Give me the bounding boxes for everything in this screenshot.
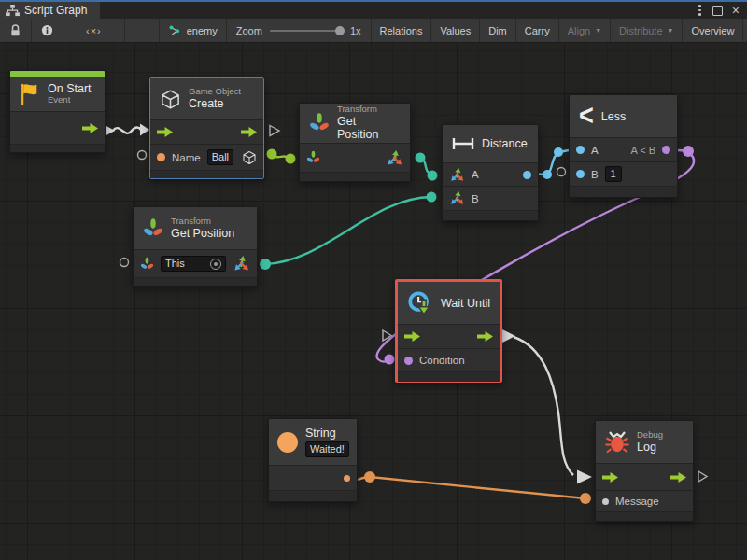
flow-output-port[interactable] [477,331,493,342]
condition-input-port[interactable] [404,357,413,365]
wait-clock-icon [407,290,433,316]
node-title: String [305,427,349,440]
game-object-output-port[interactable] [242,150,257,165]
flow-output-port[interactable] [82,123,98,133]
chevron-down-icon: ▼ [595,27,601,34]
name-input-port[interactable] [157,153,165,161]
zoom-value: 1x [350,25,361,36]
node-title: Less [601,110,626,123]
script-graph-asset-icon [168,24,181,37]
port-label: A [472,169,479,180]
relations-button[interactable]: Relations [372,19,432,42]
node-on-start[interactable]: On Start Event [9,70,106,153]
node-get-position-top[interactable]: Transform Get Position [299,103,411,182]
node-title: Get Position [337,115,401,142]
bug-icon [605,430,629,455]
flow-input-port[interactable] [157,127,173,137]
transform-icon [309,112,330,134]
port-label: B [591,169,599,180]
less-input-a-port[interactable] [576,146,585,154]
distance-output-port[interactable] [523,171,531,179]
node-category: Game Object [189,87,241,97]
node-title: Distance [482,137,528,150]
vector3-input-port-b[interactable] [449,190,465,206]
node-subtitle: Event [48,95,92,105]
node-category: Transform [337,105,401,115]
menu-kebab-icon[interactable] [697,3,703,18]
overview-button[interactable]: Overview [683,19,743,42]
chevron-down-icon: ▼ [668,27,674,34]
node-title: On Start [48,82,92,95]
distribute-button: Distribute ▼ [611,19,683,42]
node-distance[interactable]: Distance A B [442,124,539,221]
values-button[interactable]: Values [431,19,480,42]
lock-button[interactable] [0,19,32,42]
zoom-slider-handle[interactable] [335,26,345,35]
node-string-literal[interactable]: String Waited! [268,418,358,502]
port-label: Condition [419,355,465,366]
lock-icon [8,23,22,37]
carry-button[interactable]: Carry [516,19,559,42]
message-input-port[interactable] [602,498,609,505]
dim-button[interactable]: Dim [480,19,516,42]
code-icon: ‹×› [86,25,102,36]
info-icon [40,23,54,37]
name-value-field[interactable]: Ball [207,149,233,165]
less-input-b-port[interactable] [576,170,585,178]
tab-title: Script Graph [24,4,87,17]
transform-icon [143,217,163,240]
tab-script-graph[interactable]: Script Graph [0,2,100,19]
string-literal-icon [277,432,298,453]
port-label: Name [172,152,201,163]
string-value-field[interactable]: Waited! [305,441,349,457]
unity-visual-scripting-window: Script Graph × ‹×› [0,0,747,560]
node-category: Debug [637,430,663,441]
zoom-slider[interactable] [270,30,343,32]
transform-input-port[interactable] [306,150,320,165]
info-button[interactable] [32,19,63,42]
node-title: Log [637,441,663,454]
graph-reference[interactable]: enemy [159,19,227,42]
string-output-port[interactable] [344,475,350,482]
distance-ruler-icon [452,136,474,151]
vector3-output-port[interactable] [386,149,403,167]
code-preview-button[interactable]: ‹×› [63,19,125,42]
flow-input-port[interactable] [602,472,618,483]
graph-name: enemy [187,25,218,36]
target-value-field[interactable]: This [161,256,226,272]
vector3-output-port[interactable] [233,255,250,273]
object-picker-icon[interactable] [210,259,221,270]
transform-input-port[interactable] [140,257,154,272]
node-get-position-bottom[interactable]: Transform Get Position This [133,206,258,287]
graph-toolbar: ‹×› enemy Zoom 1x Relations Values Dim C… [0,19,747,43]
node-title: Wait Until [441,297,490,310]
node-wait-until[interactable]: Wait Until Condition [395,279,502,383]
b-value-field[interactable]: 1 [605,166,622,182]
cube-icon [160,89,181,110]
flow-output-port[interactable] [241,127,257,137]
node-title: Create [189,97,241,110]
port-label: Message [615,496,659,507]
result-label: A < B [630,145,655,156]
zoom-control: Zoom 1x [227,19,372,42]
less-than-icon: < [579,102,594,131]
port-label: B [472,193,479,204]
node-create-game-object[interactable]: Game Object Create Name Ball [149,77,264,179]
node-debug-log[interactable]: Debug Log Message [595,420,694,522]
node-less[interactable]: < Less A A < B B 1 [569,94,678,198]
title-bar: Script Graph × [0,2,747,19]
node-category: Transform [171,217,234,227]
full-screen-button[interactable]: Full Screen [743,19,747,42]
port-label: A [591,145,599,156]
align-button: Align ▼ [559,19,611,42]
flow-input-port[interactable] [404,331,420,342]
vector3-input-port-a[interactable] [449,167,465,183]
node-title: Get Position [171,227,234,240]
less-output-port[interactable] [662,146,670,154]
flow-output-port[interactable] [670,472,686,483]
zoom-label: Zoom [236,25,262,36]
maximize-icon[interactable] [712,6,723,16]
flag-icon [18,82,40,106]
graph-hierarchy-icon [6,5,20,17]
close-icon[interactable]: × [732,6,740,15]
